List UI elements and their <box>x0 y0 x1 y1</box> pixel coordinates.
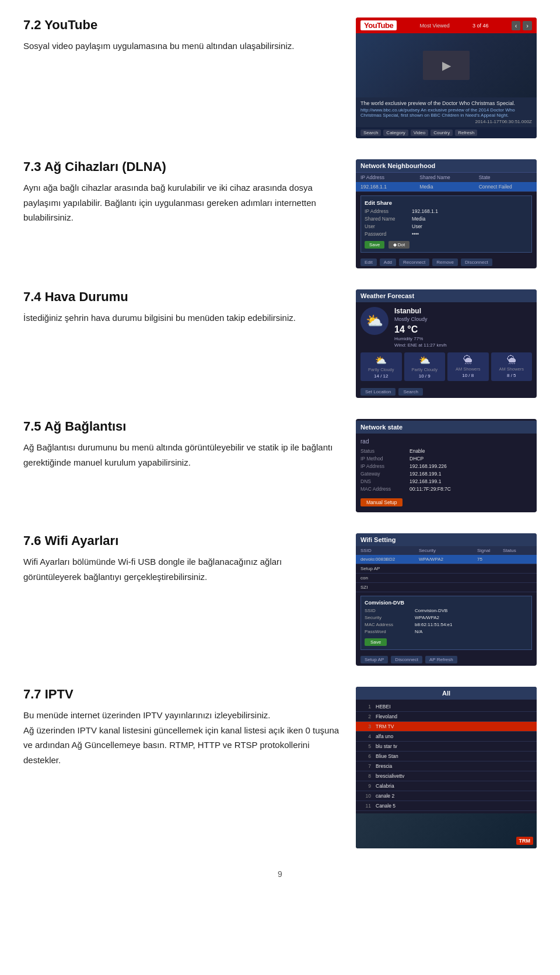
yt-bottom-bar: Search Category Video Country Refresh <box>356 127 537 138</box>
yt-refresh-btn[interactable]: Refresh <box>455 130 477 136</box>
iptv-item-1[interactable]: 2 Flevoland <box>356 712 537 722</box>
section-7-5-body: Ağ Bağlantısı durumunu bu menü altında g… <box>23 440 340 470</box>
iptv-name-1: Flevoland <box>376 714 397 719</box>
weather-search-btn[interactable]: Search <box>398 388 422 396</box>
weather-humidity: Humidity 77% <box>394 336 532 341</box>
dlna-save-btn[interactable]: Save <box>365 241 384 249</box>
wifi-save-btn[interactable]: Save <box>365 638 387 646</box>
nf-label-0: Status <box>360 448 407 454</box>
dlna-disconnect-action[interactable]: Disconnect <box>461 258 492 266</box>
dlna-field-ip: IP Address 192.168.1.1 <box>365 208 528 214</box>
weather-city: Istanbul Mostly Cloudy 14 °C Humidity 77… <box>394 307 532 348</box>
wifi-mock: Wifi Setting SSID Security Signal Status… <box>356 533 537 666</box>
iptv-name-0: HEBEI <box>376 704 391 710</box>
dlna-dot-btn[interactable]: ◆ Dot <box>388 241 410 249</box>
section-7-7-text: 7.7 IPTV Bu menüde internet üzerinden IP… <box>23 687 340 767</box>
wifi-row-0[interactable]: devolo:0083BD2 WPA/WPA2 75 <box>356 555 537 564</box>
wf-value-ssid: Comvision-DVB <box>415 608 447 613</box>
iptv-name-7: brescialivettv <box>376 773 404 779</box>
network-field-3: Gateway 192.168.199.1 <box>360 471 532 477</box>
dlna-col-ip: IP Address <box>360 174 414 180</box>
section-7-7-body-line1: Bu menüde internet üzerinden IPTV yayınl… <box>23 710 271 720</box>
section-7-6-image: Wifi Setting SSID Security Signal Status… <box>356 533 537 666</box>
dlna-value-ip: 192.168.1.1 <box>412 208 438 214</box>
nf-label-3: Gateway <box>360 471 407 477</box>
weather-set-location-btn[interactable]: Set Location <box>360 388 396 396</box>
dlna-value-user: User <box>412 223 422 229</box>
dlna-header: Network Neighbourhood <box>356 159 537 173</box>
section-7-4-text: 7.4 Hava Durumu İstediğiniz şehrin hava … <box>23 289 340 326</box>
iptv-item-10[interactable]: 11 Canale 5 <box>356 801 537 811</box>
weather-card-icon-1: ⛅ <box>407 355 443 366</box>
iptv-name-5: Bliue Stan <box>376 753 398 759</box>
iptv-num-3: 4 <box>360 733 371 739</box>
wf-label-pass: PassWord <box>365 629 411 634</box>
wifi-ap-refresh-btn[interactable]: AP Refresh <box>425 656 457 663</box>
yt-desc: The world exclusive preview of the Docto… <box>360 100 532 106</box>
iptv-item-5[interactable]: 6 Bliue Stan <box>356 752 537 761</box>
dlna-reconnect-action[interactable]: Reconnect <box>399 258 429 266</box>
iptv-name-8: Calabria <box>376 783 394 789</box>
network-field-5: MAC Address 00:11:7F:29:F8:7C <box>360 486 532 492</box>
nf-value-3: 192.168.199.1 <box>410 471 441 477</box>
weather-card-1: ⛅ Partly Cloudy 10 / 9 <box>404 352 446 381</box>
iptv-logo: TRM <box>516 837 534 845</box>
iptv-item-7[interactable]: 8 brescialivettv <box>356 771 537 781</box>
weather-temp: 14 °C <box>394 324 532 335</box>
wf-value-sec: WPA/WPA2 <box>415 615 439 620</box>
dlna-row[interactable]: 192.168.1.1 Media Connect Failed <box>356 182 537 192</box>
iptv-item-6[interactable]: 7 Brescia <box>356 761 537 771</box>
section-7-4-image: Weather Forecast ⛅ Istanbul Mostly Cloud… <box>356 289 537 398</box>
wifi-setup-ap-btn[interactable]: Setup AP <box>360 656 388 663</box>
wf-value-pass: N/A <box>415 629 422 634</box>
section-7-6: 7.6 Wifi Ayarları Wifi Ayarları bölümünd… <box>23 533 537 666</box>
section-7-5-image: Network state rad Status Enable IP Metho… <box>356 419 537 512</box>
wifi-row-1[interactable]: Setup AP <box>356 564 537 574</box>
wifi-row-2[interactable]: con <box>356 574 537 583</box>
iptv-item-3[interactable]: 4 alfa uno <box>356 732 537 742</box>
network-manual-setup-btn[interactable]: Manual Setup <box>360 498 402 506</box>
nf-value-1: DHCP <box>410 456 424 462</box>
wifi-col-ssid: SSID <box>360 548 416 553</box>
weather-card-label-1: Partly Cloudy <box>407 367 443 372</box>
yt-prev-arrow[interactable]: ‹ <box>512 21 521 30</box>
weather-card-temp-2: 10 / 8 <box>450 373 487 378</box>
section-7-3-image: Network Neighbourhood IP Address Shared … <box>356 159 537 268</box>
section-7-3-text: 7.3 Ağ Cihazları (DLNA) Aynı ağa bağlı c… <box>23 159 340 225</box>
iptv-item-8[interactable]: 9 Calabria <box>356 781 537 791</box>
wifi-row-1-stat <box>503 566 532 571</box>
weather-card-icon-2: 🌦 <box>450 355 487 365</box>
yt-video-btn[interactable]: Video <box>411 130 428 136</box>
dlna-add-action[interactable]: Add <box>380 258 396 266</box>
weather-bottom-bar: Set Location Search <box>356 386 537 398</box>
iptv-item-4[interactable]: 5 blu star tv <box>356 742 537 752</box>
wifi-field-pass: PassWord N/A <box>365 629 528 634</box>
section-7-6-body-line1: Wifi Ayarları bölümünde Wi-fi USB dongle… <box>23 557 282 582</box>
iptv-num-4: 5 <box>360 743 371 749</box>
iptv-item-0[interactable]: 1 HEBEI <box>356 702 537 712</box>
wf-label-mac: MAC Address <box>365 622 411 627</box>
dlna-edit-action[interactable]: Edit <box>360 258 377 266</box>
iptv-item-2[interactable]: 3 TRM TV <box>356 722 537 732</box>
wifi-disconnect-btn[interactable]: Disconnect <box>391 656 422 663</box>
section-7-7: 7.7 IPTV Bu menüde internet üzerinden IP… <box>23 687 537 848</box>
iptv-num-9: 10 <box>360 793 371 799</box>
yt-country-btn[interactable]: Country <box>430 130 453 136</box>
dlna-remove-action[interactable]: Remove <box>432 258 458 266</box>
yt-search-btn[interactable]: Search <box>360 130 381 136</box>
wifi-field-mac: MAC Address b8:62:11:51:54:e1 <box>365 622 528 627</box>
weather-card-temp-3: 8 / 5 <box>494 373 530 378</box>
network-field-0: Status Enable <box>360 448 532 454</box>
wifi-row-2-sig <box>477 575 501 581</box>
weather-main: ⛅ Istanbul Mostly Cloudy 14 °C Humidity … <box>356 302 537 352</box>
iptv-item-9[interactable]: 10 canale 2 <box>356 791 537 801</box>
yt-next-arrow[interactable]: › <box>523 21 532 30</box>
wifi-row-3[interactable]: SZI <box>356 583 537 592</box>
wifi-bottom-bar: Setup AP Disconnect AP Refresh <box>356 654 537 666</box>
yt-category-btn[interactable]: Category <box>383 130 408 136</box>
section-7-2-body: Sosyal video paylaşım uygulamasına bu me… <box>23 39 340 54</box>
iptv-name-4: blu star tv <box>376 743 397 749</box>
wifi-row-2-sec <box>419 575 475 581</box>
nf-value-4: 192.168.199.1 <box>410 478 441 484</box>
weather-card-label-2: AM Showers <box>450 366 487 372</box>
